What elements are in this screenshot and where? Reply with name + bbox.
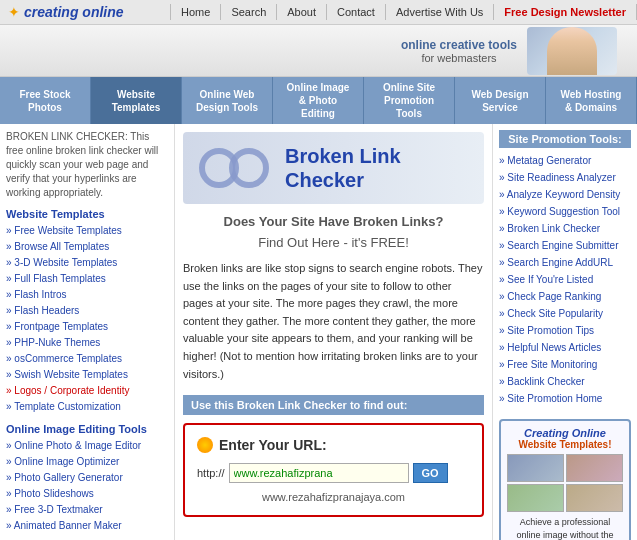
promo-site-readiness[interactable]: Site Readiness Analyzer <box>499 169 631 186</box>
link-ring-right <box>229 148 269 188</box>
sidebar-flash-headers[interactable]: Flash Headers <box>6 303 168 319</box>
promo-free-site-monitoring[interactable]: Free Site Monitoring <box>499 356 631 373</box>
nav-home[interactable]: Home <box>170 4 221 20</box>
nav-newsletter[interactable]: Free Design Newsletter <box>494 4 637 20</box>
sidebar-free-website-templates[interactable]: Free Website Templates <box>6 223 168 239</box>
promo-broken-link-checker[interactable]: Broken Link Checker <box>499 220 631 237</box>
sidebar-flash-intros[interactable]: Flash Intros <box>6 287 168 303</box>
promo-search-engine-addurl[interactable]: Search Engine AddURL <box>499 254 631 271</box>
logo-text: creating online <box>24 4 124 20</box>
sidebar-image-optimizer[interactable]: Online Image Optimizer <box>6 454 168 470</box>
sidebar-3d-textmaker[interactable]: Free 3-D Textmaker <box>6 502 168 518</box>
url-input-row: http:// GO <box>197 463 470 483</box>
template-thumb-3 <box>507 484 564 512</box>
main-navigation: Free StockPhotos WebsiteTemplates Online… <box>0 77 637 124</box>
promo-see-if-listed[interactable]: See If You're Listed <box>499 271 631 288</box>
sidebar-browse-all-templates[interactable]: Browse All Templates <box>6 239 168 255</box>
blc-free-text: Find Out Here - it's FREE! <box>183 235 484 250</box>
sidebar-oscommerce-templates[interactable]: osCommerce Templates <box>6 351 168 367</box>
sidebar-photo-gallery-generator[interactable]: Photo Gallery Generator <box>6 470 168 486</box>
creating-online-box: Creating Online Website Templates! Achie… <box>499 419 631 540</box>
blc-title: Broken LinkChecker <box>285 144 401 192</box>
nav-online-web-design[interactable]: Online WebDesign Tools <box>182 77 273 124</box>
top-navigation: ✦ creating online Home Search About Cont… <box>0 0 637 25</box>
promo-site-promotion-home[interactable]: Site Promotion Home <box>499 390 631 407</box>
banner-image <box>527 27 617 75</box>
nav-image-photo-editing[interactable]: Online Image& Photo Editing <box>273 77 364 124</box>
promo-check-page-ranking[interactable]: Check Page Ranking <box>499 288 631 305</box>
website-templates-heading: Website Templates <box>6 208 168 220</box>
banner-line2: for webmasters <box>401 52 517 64</box>
logo-star-icon: ✦ <box>8 4 20 20</box>
left-sidebar: BROKEN LINK CHECKER: This free online br… <box>0 124 175 540</box>
url-input[interactable] <box>229 463 409 483</box>
image-tools-heading: Online Image Editing Tools <box>6 423 168 435</box>
sidebar-frontpage-templates[interactable]: Frontpage Templates <box>6 319 168 335</box>
promo-keyword-density[interactable]: Analyze Keyword Density <box>499 186 631 203</box>
content-area: BROKEN LINK CHECKER: This free online br… <box>0 124 637 540</box>
nav-advertise[interactable]: Advertise With Us <box>386 4 494 20</box>
go-button[interactable]: GO <box>413 463 448 483</box>
nav-site-promotion[interactable]: Online SitePromotion Tools <box>364 77 455 124</box>
url-prefix: http:// <box>197 467 225 479</box>
template-thumb-4 <box>566 484 623 512</box>
template-preview-grid <box>507 454 623 512</box>
logo-area: ✦ creating online <box>0 2 160 22</box>
achieving-text: Achieve a professional online image with… <box>507 516 623 540</box>
promo-metatag-generator[interactable]: Metatag Generator <box>499 152 631 169</box>
promo-backlink-checker[interactable]: Backlink Checker <box>499 373 631 390</box>
nav-web-hosting[interactable]: Web Hosting& Domains <box>546 77 637 124</box>
nav-free-stock-photos[interactable]: Free StockPhotos <box>0 77 91 124</box>
main-content: Broken LinkChecker Does Your Site Have B… <box>175 124 492 540</box>
sidebar-photo-image-editor[interactable]: Online Photo & Image Editor <box>6 438 168 454</box>
promo-search-engine-submitter[interactable]: Search Engine Submitter <box>499 237 631 254</box>
right-sidebar: Site Promotion Tools: Metatag Generator … <box>492 124 637 540</box>
blc-tagline: Does Your Site Have Broken Links? <box>183 214 484 229</box>
blc-header-section: Broken LinkChecker <box>183 132 484 204</box>
sidebar-logos-corporate-identity[interactable]: Logos / Corporate Identity <box>6 383 168 399</box>
promo-tools-title: Site Promotion Tools: <box>499 130 631 148</box>
nav-search[interactable]: Search <box>221 4 277 20</box>
top-links: Home Search About Contact Advertise With… <box>160 4 637 20</box>
url-form-title: Enter Your URL: <box>197 437 470 453</box>
url-icon <box>197 437 213 453</box>
promo-keyword-suggestion[interactable]: Keyword Suggestion Tool <box>499 203 631 220</box>
broken-link-icon <box>199 148 269 188</box>
sidebar-animated-banner-maker[interactable]: Animated Banner Maker <box>6 518 168 534</box>
url-form-title-text: Enter Your URL: <box>219 437 327 453</box>
achieve-prefix: Achieve a professional online image with… <box>516 517 613 540</box>
promo-check-site-popularity[interactable]: Check Site Popularity <box>499 305 631 322</box>
blc-findout-bar: Use this Broken Link Checker to find out… <box>183 395 484 415</box>
creating-box-title: Creating Online <box>507 427 623 439</box>
creating-box-subtitle: Website Templates! <box>507 439 623 450</box>
sidebar-swish-templates[interactable]: Swish Website Templates <box>6 367 168 383</box>
nav-contact[interactable]: Contact <box>327 4 386 20</box>
url-example: www.rezahafizpranajaya.com <box>197 491 470 503</box>
sidebar-full-flash-templates[interactable]: Full Flash Templates <box>6 271 168 287</box>
nav-website-templates[interactable]: WebsiteTemplates <box>91 77 182 124</box>
promo-helpful-news[interactable]: Helpful News Articles <box>499 339 631 356</box>
banner-person-illustration <box>547 27 597 75</box>
sidebar-photo-slideshows[interactable]: Photo Slideshows <box>6 486 168 502</box>
sidebar-php-nuke-themes[interactable]: PHP-Nuke Themes <box>6 335 168 351</box>
url-form-container: Enter Your URL: http:// GO www.rezahafiz… <box>183 423 484 517</box>
nav-web-design-service[interactable]: Web DesignService <box>455 77 546 124</box>
nav-about[interactable]: About <box>277 4 327 20</box>
template-thumb-1 <box>507 454 564 482</box>
sidebar-template-customization[interactable]: Template Customization <box>6 399 168 415</box>
promo-site-promotion-tips[interactable]: Site Promotion Tips <box>499 322 631 339</box>
template-thumb-2 <box>566 454 623 482</box>
header-banner: online creative tools for webmasters <box>0 25 637 77</box>
sidebar-intro: BROKEN LINK CHECKER: This free online br… <box>6 130 168 200</box>
sidebar-3d-website-templates[interactable]: 3-D Website Templates <box>6 255 168 271</box>
blc-description: Broken links are like stop signs to sear… <box>183 260 484 383</box>
banner-text: online creative tools for webmasters <box>401 38 517 64</box>
banner-line1: online creative tools <box>401 38 517 52</box>
